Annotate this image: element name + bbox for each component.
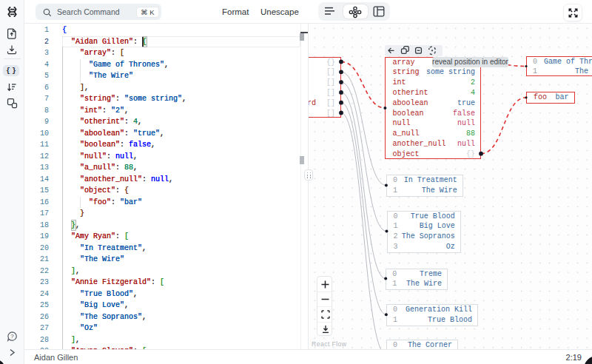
svg-text:?: ? [10, 333, 14, 340]
